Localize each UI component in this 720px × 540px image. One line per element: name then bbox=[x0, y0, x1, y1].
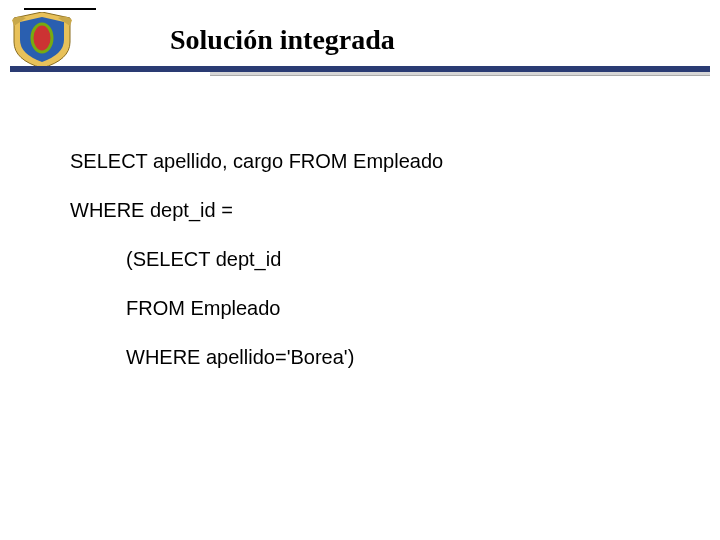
code-line: WHERE dept_id = bbox=[70, 199, 680, 222]
header-divider bbox=[10, 66, 710, 76]
code-line: FROM Empleado bbox=[70, 297, 680, 320]
crest-logo bbox=[10, 12, 74, 68]
top-rule bbox=[24, 8, 96, 10]
code-line: (SELECT dept_id bbox=[70, 248, 680, 271]
sql-code-block: SELECT apellido, cargo FROM Empleado WHE… bbox=[70, 150, 680, 395]
svg-point-0 bbox=[32, 24, 52, 52]
code-line: WHERE apellido='Borea') bbox=[70, 346, 680, 369]
slide-header: Solución integrada bbox=[0, 0, 720, 78]
slide-title: Solución integrada bbox=[170, 24, 395, 56]
code-line: SELECT apellido, cargo FROM Empleado bbox=[70, 150, 680, 173]
